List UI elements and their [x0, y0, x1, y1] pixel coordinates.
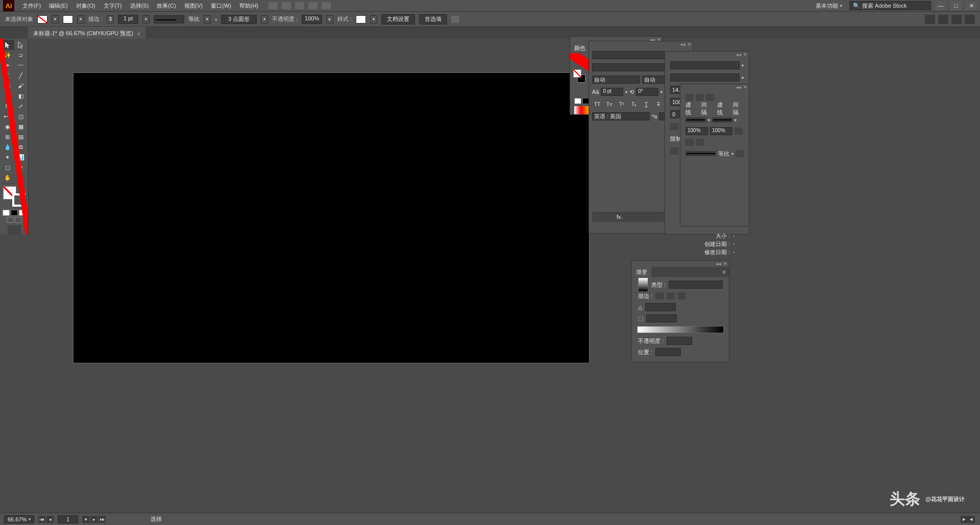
style-dropdown[interactable]: ▾ — [370, 15, 377, 23]
scale-input[interactable]: 100% — [710, 127, 732, 135]
profile-preview[interactable] — [685, 151, 716, 156]
none-swatch[interactable] — [574, 98, 581, 104]
panel-collapse-icon[interactable]: ◂◂ — [716, 261, 721, 266]
transform-select[interactable] — [670, 73, 740, 82]
stop-position-input[interactable] — [655, 348, 681, 356]
window-close-button[interactable]: ✕ — [966, 1, 977, 10]
brush-dropdown[interactable]: ▾ — [261, 15, 268, 23]
artboard-dropdown[interactable]: ▾ — [82, 516, 89, 523]
artboard-number-input[interactable]: 1 — [58, 515, 78, 523]
none-mode-button[interactable] — [19, 210, 26, 216]
link-icon[interactable] — [734, 128, 743, 135]
menu-view[interactable]: 视图(V) — [180, 2, 207, 10]
next-artboard-button[interactable]: ▸ — [90, 516, 97, 523]
panel-icon[interactable] — [670, 147, 678, 155]
panel-icon[interactable] — [670, 123, 678, 130]
stroke-apply-icon[interactable] — [678, 292, 686, 299]
stroke-weight-dropdown[interactable]: ▾ — [142, 15, 150, 23]
stroke-weight-input[interactable]: 1 pt — [118, 15, 138, 24]
last-artboard-button[interactable]: ⏭ — [99, 516, 106, 523]
window-minimize-button[interactable]: — — [935, 1, 946, 10]
stop-opacity-input[interactable] — [667, 337, 692, 345]
control-icon[interactable] — [925, 15, 935, 24]
gradient-tab[interactable]: 渐变 — [632, 267, 651, 278]
subscript-button[interactable]: T₁ — [629, 99, 639, 109]
tracking-select[interactable]: 自动 — [592, 76, 640, 84]
transform-select[interactable] — [670, 61, 740, 69]
toolbar-icon[interactable] — [295, 2, 304, 9]
toolbar-icon[interactable] — [308, 2, 317, 9]
tab-close-button[interactable]: × — [137, 31, 140, 37]
menu-help[interactable]: 帮助(H) — [235, 2, 262, 10]
toolbar-icon[interactable] — [322, 2, 331, 9]
superscript-button[interactable]: T¹ — [617, 99, 627, 109]
align-icon[interactable] — [451, 16, 459, 23]
stroke-swatch[interactable] — [63, 15, 73, 23]
zoom-level-select[interactable]: 66.67%▾ — [4, 515, 34, 523]
document-tab[interactable]: 未标题-1* @ 66.67% (CMYK/GPU 预览) × — [28, 27, 145, 39]
panel-collapse-icon[interactable]: ◂◂ — [680, 42, 685, 47]
panel-close-icon[interactable]: ✕ — [743, 52, 747, 57]
panel-icon[interactable] — [594, 213, 602, 220]
small-caps-button[interactable]: Tᴛ — [604, 99, 615, 109]
menu-object[interactable]: 对象(O) — [72, 2, 100, 10]
panel-collapse-icon[interactable]: ◂◂ — [736, 52, 741, 57]
first-artboard-button[interactable]: ⏮ — [38, 516, 45, 523]
fill-swatch[interactable] — [37, 15, 47, 23]
arrowhead-end[interactable] — [712, 117, 732, 122]
color-tab[interactable]: 颜色 — [570, 43, 590, 54]
menu-effect[interactable]: 效果(C) — [153, 2, 180, 10]
align-icon[interactable] — [685, 139, 694, 146]
gradient-type-select[interactable] — [669, 281, 723, 289]
stroke-apply-icon[interactable] — [655, 292, 664, 299]
toolbar-icon[interactable] — [282, 2, 291, 9]
fx-icon[interactable]: fx. — [617, 214, 623, 220]
stroke-apply-icon[interactable] — [667, 292, 675, 299]
char-rotation-input[interactable]: 0° — [636, 88, 658, 96]
menu-type[interactable]: 文字(T) — [100, 2, 126, 10]
search-stock-input[interactable]: 🔍 搜索 Adobe Stock — [849, 1, 931, 10]
menu-edit[interactable]: 编辑(E) — [45, 2, 72, 10]
language-select[interactable]: 英语 : 美国 — [592, 112, 650, 120]
preferences-button[interactable]: 首选项 — [419, 14, 447, 24]
scale-input[interactable]: 100% — [685, 127, 708, 135]
workspace-switcher[interactable]: 基本功能 ▾ — [813, 2, 845, 10]
flip-icon[interactable] — [736, 150, 744, 157]
cap-icon[interactable] — [706, 94, 714, 101]
brush-definition-input[interactable]: 3 点圆形 — [221, 15, 257, 24]
scroll-right-button[interactable]: ▸ — [961, 516, 968, 523]
underline-button[interactable]: T — [641, 99, 651, 109]
control-icon[interactable] — [965, 15, 975, 24]
panel-collapse-icon[interactable]: ◂◂ — [736, 85, 741, 90]
strikethrough-button[interactable]: T — [653, 99, 664, 109]
toolbar-icon[interactable] — [268, 2, 278, 9]
window-maximize-button[interactable]: □ — [950, 1, 962, 10]
canvas-area[interactable] — [29, 39, 980, 513]
prev-artboard-button[interactable]: ◂ — [46, 516, 54, 523]
arrowhead-start[interactable] — [685, 117, 706, 122]
panel-close-icon[interactable]: ✕ — [743, 85, 747, 90]
gradient-ramp[interactable] — [637, 326, 724, 333]
baseline-shift-input[interactable]: 0 pt — [601, 88, 623, 96]
all-caps-button[interactable]: TT — [592, 99, 602, 109]
opacity-dropdown[interactable]: ▸ — [326, 15, 333, 23]
stroke-profile-dropdown[interactable]: ▾ — [204, 15, 211, 23]
style-swatch[interactable] — [356, 15, 366, 23]
control-icon[interactable] — [951, 15, 962, 24]
panel-icon[interactable] — [605, 213, 614, 220]
document-setup-button[interactable]: 文档设置 — [381, 14, 415, 24]
gradient-aspect-input[interactable] — [646, 314, 677, 322]
stroke-dropdown[interactable]: ▾ — [77, 15, 84, 23]
fill-dropdown[interactable]: ▾ — [52, 15, 59, 23]
panel-close-icon[interactable]: ✕ — [723, 261, 727, 266]
opacity-input[interactable]: 100% — [302, 15, 322, 24]
panel-close-icon[interactable]: ✕ — [688, 42, 692, 47]
stroke-profile-select[interactable] — [154, 15, 184, 23]
scroll-left-button[interactable]: ◂ — [968, 516, 975, 523]
cap-icon[interactable] — [685, 94, 694, 101]
gradient-angle-input[interactable] — [645, 303, 676, 311]
panel-menu-icon[interactable]: ≡ — [720, 269, 729, 275]
artboard[interactable] — [74, 73, 589, 363]
gradient-swatch[interactable] — [638, 278, 648, 292]
menu-file[interactable]: 文件(F) — [18, 2, 45, 10]
